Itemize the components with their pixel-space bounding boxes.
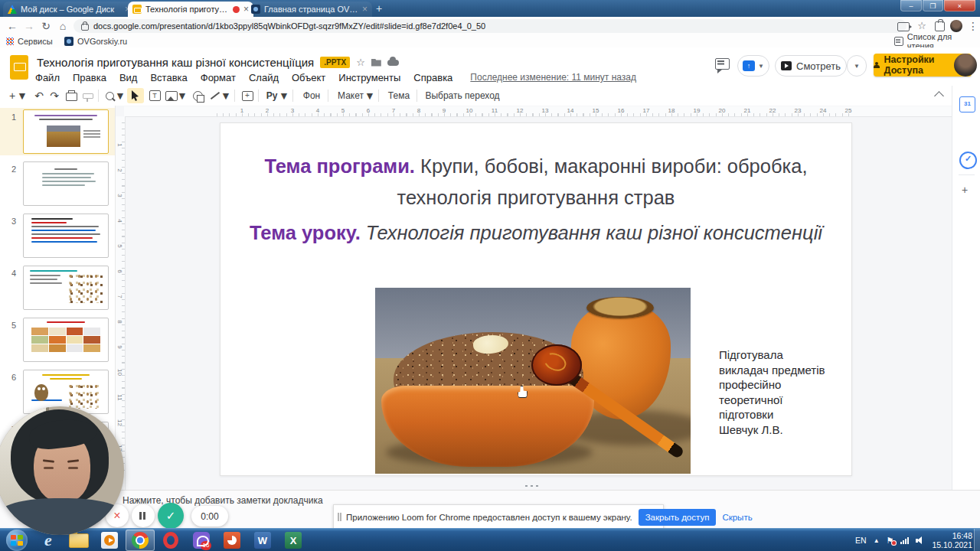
background-button[interactable]: Фон	[300, 88, 323, 103]
tray-clock[interactable]: 16:48 15.10.2021	[932, 531, 972, 549]
browser-tab-slides[interactable]: Технологія приготування кі ×	[128, 2, 253, 17]
browser-tab-drive[interactable]: Мой диск – Google Диск ×	[3, 2, 135, 17]
menu-insert[interactable]: Вставка	[150, 72, 187, 83]
collapse-toolbar-icon[interactable]	[933, 88, 945, 103]
menu-edit[interactable]: Правка	[73, 72, 106, 83]
window-minimize-button[interactable]: –	[900, 0, 922, 11]
time: 16:48	[952, 531, 972, 540]
bookmark-ovgorskiy[interactable]: OVGorskiy.ru	[64, 36, 127, 47]
print-icon[interactable]	[64, 88, 78, 103]
slide-thumbnail-4[interactable]	[23, 266, 109, 310]
slide-thumbnail-5[interactable]	[23, 318, 109, 362]
tray-expand-icon[interactable]: ▲	[874, 537, 880, 544]
viber-button[interactable]: 16	[187, 530, 216, 551]
show-desktop-button[interactable]	[974, 529, 980, 551]
menu-help[interactable]: Справка	[413, 72, 452, 83]
opera-button[interactable]	[156, 530, 185, 551]
theme-button[interactable]: Тема	[386, 88, 412, 103]
start-button[interactable]	[2, 530, 31, 551]
menu-tools[interactable]: Инструменты	[338, 72, 400, 83]
text-box-icon[interactable]: T	[147, 88, 162, 103]
tab-close-icon[interactable]: ×	[362, 4, 368, 15]
menu-view[interactable]: Вид	[119, 72, 138, 83]
layout-dropdown-icon[interactable]: ▼	[366, 88, 374, 103]
paint-format-icon[interactable]	[81, 88, 95, 103]
watch-button[interactable]: Смотреть	[775, 55, 847, 77]
forward-icon[interactable]: →	[21, 18, 37, 34]
account-avatar[interactable]	[954, 54, 977, 77]
window-close-button[interactable]: ×	[944, 0, 975, 11]
action-center-icon[interactable]: ⚑	[887, 536, 894, 546]
line-dropdown-icon[interactable]: ▼	[222, 88, 230, 103]
close-access-button[interactable]: Закрыть доступ	[639, 509, 717, 526]
home-icon[interactable]: ⌂	[55, 18, 70, 34]
loom-pause-button[interactable]	[132, 504, 155, 527]
last-edit-link[interactable]: Последнее изменение: 11 минут назад	[470, 72, 636, 83]
slides-logo[interactable]	[10, 55, 28, 80]
notes-resize-handle[interactable]	[524, 484, 541, 487]
comments-icon[interactable]	[715, 58, 730, 70]
new-slide-dropdown-icon[interactable]: ▼	[18, 88, 26, 103]
menu-dots-icon[interactable]: ⋮	[965, 18, 980, 34]
loom-finish-button[interactable]: ✓	[158, 503, 184, 529]
powerpoint-button[interactable]	[217, 530, 247, 551]
word-button[interactable]: W	[248, 530, 277, 551]
undo-icon[interactable]: ↶	[32, 88, 46, 103]
document-title[interactable]: Технологія приготування каш різної конси…	[37, 56, 314, 69]
slide-thumbnail-3[interactable]	[23, 214, 109, 258]
present-button[interactable]: ↑ ▼	[737, 55, 769, 77]
tab-title: Технологія приготування кі	[145, 5, 229, 14]
reading-list-button[interactable]: Список для чтения	[894, 36, 980, 47]
window-restore-button[interactable]: ❐	[923, 0, 943, 11]
volume-icon[interactable]	[916, 536, 925, 545]
profile-avatar[interactable]	[950, 20, 962, 32]
chrome-button[interactable]	[126, 530, 155, 551]
slide-thumbnail-1[interactable]	[23, 109, 109, 154]
zoom-dropdown-icon[interactable]: ▼	[116, 88, 124, 103]
porridge-photo[interactable]	[375, 288, 691, 474]
bookmark-services[interactable]: Сервисы	[6, 36, 53, 47]
network-icon[interactable]	[900, 537, 909, 544]
input-tools-button[interactable]: Ру	[263, 88, 280, 103]
insert-comment-icon[interactable]: +	[240, 88, 255, 103]
redo-icon[interactable]: ↷	[47, 88, 61, 103]
back-icon[interactable]: ←	[5, 18, 20, 34]
author-block[interactable]: Підготувала викладач предметів професійн…	[719, 347, 841, 437]
move-folder-icon[interactable]	[371, 59, 381, 67]
media-player-icon	[101, 532, 118, 549]
extensions-icon[interactable]	[935, 21, 945, 31]
reload-icon[interactable]: ↻	[38, 18, 54, 34]
opera-icon	[163, 532, 178, 549]
transition-button[interactable]: Выбрать переход	[424, 88, 501, 103]
tasks-icon[interactable]: ✓	[959, 152, 977, 169]
slide-thumbnail-2[interactable]	[23, 161, 109, 206]
chevron-down-icon: ▼	[854, 63, 860, 70]
layout-button[interactable]: Макет	[335, 88, 366, 103]
select-tool-icon[interactable]	[127, 88, 144, 103]
image-dropdown-icon[interactable]: ▼	[178, 88, 186, 103]
insert-shape-icon[interactable]	[189, 88, 206, 103]
notes-placeholder[interactable]: Нажмите, чтобы добавить заметки докладчи…	[122, 495, 323, 506]
input-tools-dropdown-icon[interactable]: ▼	[280, 88, 288, 103]
browser-tab-ovgorskiy[interactable]: Главная страница OVGorskiy ×	[247, 2, 372, 17]
address-bar[interactable]: docs.google.com/presentation/d/1kbo3ppyl…	[74, 19, 906, 33]
watch-dropdown[interactable]: ▼	[847, 55, 867, 77]
excel-button[interactable]: X	[279, 530, 308, 551]
new-tab-button[interactable]: +	[369, 2, 389, 16]
add-addon-icon[interactable]: +	[962, 184, 968, 196]
menu-object[interactable]: Объект	[292, 72, 325, 83]
webcam-overlay[interactable]	[0, 406, 124, 535]
hide-link[interactable]: Скрыть	[722, 513, 752, 522]
screen-share-icon[interactable]	[897, 22, 910, 31]
menu-format[interactable]: Формат	[201, 72, 236, 83]
language-indicator[interactable]: EN	[855, 536, 867, 545]
menu-slide[interactable]: Слайд	[249, 72, 279, 83]
lock-icon	[81, 24, 89, 31]
star-icon[interactable]: ☆	[356, 57, 365, 68]
calendar-icon[interactable]: 31	[959, 96, 975, 112]
slide-title-block[interactable]: Тема програми. Крупи, бобові, макаронні …	[234, 151, 838, 249]
bookmark-star-icon[interactable]: ☆	[914, 18, 929, 34]
slide-canvas[interactable]: Тема програми. Крупи, бобові, макаронні …	[220, 122, 852, 476]
menu-file[interactable]: Файл	[35, 72, 60, 83]
media-player-button[interactable]	[95, 530, 124, 551]
